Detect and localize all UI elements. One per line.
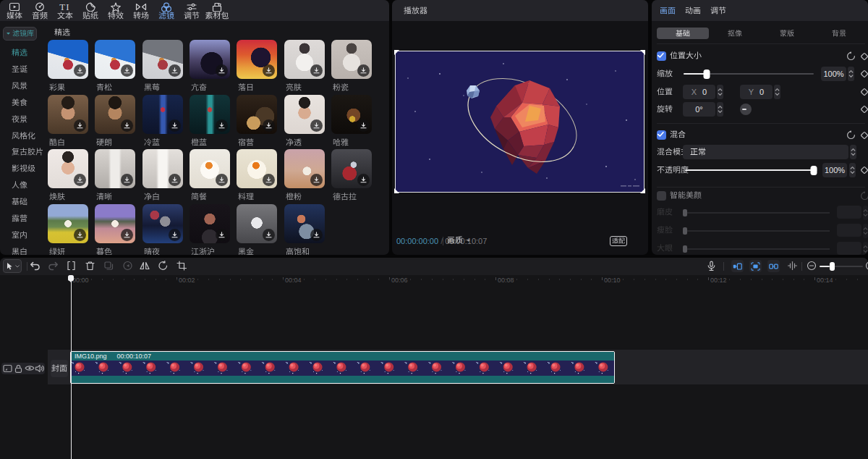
track-lock-button[interactable]	[14, 364, 23, 374]
quality-selector[interactable]	[447, 236, 471, 245]
timeline-zoom-in-button[interactable]	[865, 261, 868, 271]
blend-mode-select[interactable]	[683, 145, 848, 159]
blend-checkbox[interactable]	[657, 130, 666, 140]
inspector-subtab-1[interactable]	[657, 28, 709, 39]
inspector-subtab-2[interactable]	[709, 28, 761, 39]
timeline-zoom-out-button[interactable]	[807, 261, 817, 271]
scale-slider[interactable]	[684, 73, 814, 75]
position-y-stepper[interactable]	[774, 85, 780, 99]
filter-thumbnail-1[interactable]	[48, 40, 88, 79]
inspector-tab-2[interactable]	[684, 0, 702, 21]
opacity-slider[interactable]	[685, 169, 817, 171]
rotation-keyframe-button[interactable]	[860, 105, 868, 114]
preview-axis-toggle[interactable]	[787, 261, 798, 271]
auto-snap-toggle[interactable]	[749, 260, 762, 272]
opacity-keyframe-button[interactable]	[860, 166, 868, 174]
toolbar-item-transitions[interactable]	[128, 0, 153, 21]
filter-category-1[interactable]	[12, 49, 27, 57]
rotate-button[interactable]	[158, 261, 169, 271]
inspector-tab-1[interactable]	[658, 0, 677, 21]
toolbar-item-assets[interactable]	[204, 0, 229, 21]
track-frame-button[interactable]	[3, 364, 12, 373]
track-mute-button[interactable]	[35, 364, 45, 373]
toolbar-item-text[interactable]: TI	[52, 0, 77, 21]
toolbar-item-effects[interactable]	[103, 0, 128, 21]
split-button[interactable]	[66, 261, 77, 271]
fit-ratio-button[interactable]	[610, 236, 627, 246]
position-size-checkbox[interactable]	[657, 51, 666, 61]
copy-button[interactable]	[103, 261, 114, 271]
main-track-magnet-toggle[interactable]	[731, 260, 744, 272]
filter-thumbnail-17[interactable]	[142, 149, 183, 188]
filter-thumbnail-12[interactable]	[237, 95, 277, 134]
filter-thumbnail-5[interactable]	[237, 40, 277, 79]
rotate-handle[interactable]	[514, 198, 524, 209]
filter-thumbnail-11[interactable]	[190, 95, 230, 134]
timeline-zoom-slider[interactable]	[820, 266, 863, 267]
filter-category-11[interactable]	[12, 214, 27, 223]
scale-stepper[interactable]	[848, 67, 854, 81]
blend-mode-stepper[interactable]	[850, 145, 856, 159]
filter-thumbnail-18[interactable]	[190, 149, 230, 188]
blend-keyframe-button[interactable]	[860, 131, 868, 140]
delete-button[interactable]	[85, 261, 95, 271]
select-tool-button[interactable]	[3, 259, 22, 273]
toolbar-item-audio[interactable]	[27, 0, 52, 21]
filter-thumbnail-26[interactable]	[237, 204, 277, 243]
beauty-reset-button[interactable]	[860, 191, 868, 201]
link-toggle[interactable]	[767, 260, 780, 272]
filter-category-12[interactable]	[12, 231, 27, 240]
filter-category-10[interactable]	[12, 198, 27, 206]
filter-thumbnail-8[interactable]	[48, 95, 88, 134]
beauty-checkbox[interactable]	[657, 191, 666, 201]
inspector-subtab-3[interactable]	[761, 28, 813, 39]
filter-library-dropdown[interactable]	[3, 27, 37, 41]
filter-thumbnail-6[interactable]	[284, 40, 325, 79]
undo-button[interactable]	[30, 261, 41, 271]
reset-position-size-button[interactable]	[846, 51, 856, 61]
position-x-stepper[interactable]	[717, 85, 723, 99]
filter-thumbnail-16[interactable]	[95, 149, 135, 188]
filter-thumbnail-22[interactable]	[48, 204, 88, 243]
mirror-button[interactable]	[139, 261, 150, 271]
filter-thumbnail-15[interactable]	[48, 149, 88, 188]
toolbar-item-sticker[interactable]	[77, 0, 103, 21]
filter-thumbnail-25[interactable]	[190, 204, 230, 243]
rotation-input[interactable]: 0°	[683, 102, 715, 117]
filter-category-3[interactable]	[12, 82, 27, 90]
filter-thumbnail-24[interactable]	[142, 204, 183, 243]
toolbar-item-filters[interactable]	[153, 0, 179, 21]
toolbar-item-media[interactable]	[1, 0, 27, 21]
position-x-input[interactable]: X0	[683, 85, 715, 99]
cover-button[interactable]	[51, 360, 68, 377]
filter-thumbnail-3[interactable]	[142, 40, 183, 79]
toolbar-item-adjust[interactable]	[179, 0, 204, 21]
timeline-ruler[interactable]: 00:0000:0200:0400:0600:0800:1000:1200:14	[0, 275, 868, 285]
crop-button[interactable]	[176, 261, 187, 271]
record-voiceover-button[interactable]	[706, 261, 717, 271]
preview-viewport[interactable]	[395, 51, 644, 193]
rotation-stepper[interactable]	[717, 102, 723, 117]
opacity-value[interactable]: 100%	[822, 163, 847, 177]
position-keyframe-button[interactable]	[860, 88, 868, 96]
inspector-subtab-4[interactable]	[813, 28, 865, 39]
position-size-keyframe-button[interactable]	[860, 52, 868, 61]
inspector-tab-3[interactable]	[709, 0, 728, 21]
filter-category-5[interactable]	[12, 115, 27, 124]
reset-blend-button[interactable]	[846, 130, 856, 140]
filter-thumbnail-27[interactable]	[284, 204, 325, 243]
filter-category-6[interactable]	[12, 132, 35, 140]
filter-thumbnail-20[interactable]	[284, 149, 325, 188]
filter-thumbnail-23[interactable]	[95, 204, 135, 243]
filter-thumbnail-10[interactable]	[142, 95, 183, 134]
track-visibility-button[interactable]	[25, 364, 35, 372]
filter-category-4[interactable]	[12, 98, 27, 107]
filter-thumbnail-14[interactable]	[331, 95, 372, 134]
opacity-stepper[interactable]	[849, 163, 856, 177]
filter-category-8[interactable]	[12, 164, 35, 173]
reverse-button[interactable]	[122, 261, 133, 271]
scale-keyframe-button[interactable]	[860, 70, 868, 78]
filter-category-9[interactable]	[12, 181, 27, 190]
scale-value[interactable]: 100%	[821, 67, 846, 81]
filter-thumbnail-21[interactable]	[331, 149, 372, 188]
